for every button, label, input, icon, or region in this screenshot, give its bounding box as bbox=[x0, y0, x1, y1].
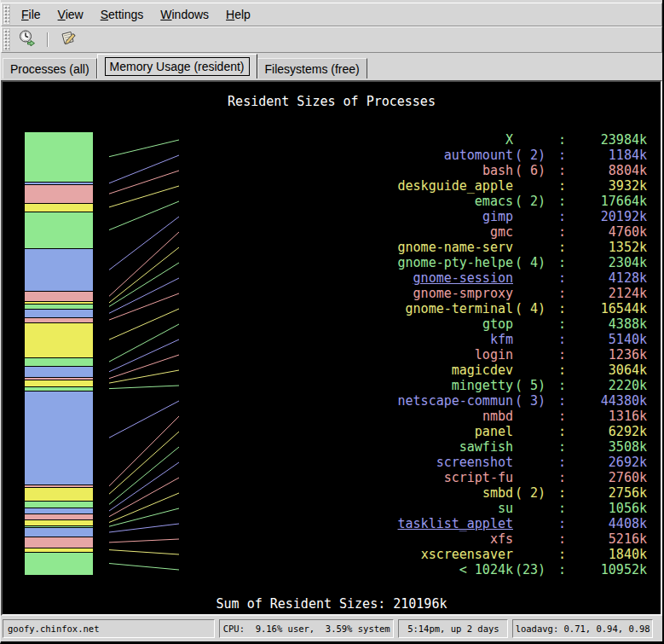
process-size: 16544k bbox=[566, 301, 647, 316]
notepad-pencil-icon bbox=[59, 29, 78, 50]
leader-line-panel bbox=[109, 432, 179, 494]
process-count: ( 2) bbox=[515, 148, 549, 163]
process-size: 2692k bbox=[566, 455, 647, 470]
process-count: ( 4) bbox=[515, 255, 549, 270]
toolbar-grip-handle[interactable] bbox=[3, 28, 10, 51]
bar-segment-gmc bbox=[25, 291, 93, 301]
leader-line-tasklist-applet bbox=[109, 524, 179, 532]
bar-segment-kfm bbox=[25, 366, 93, 377]
bar-segment-gtop bbox=[25, 357, 93, 367]
colon-separator: : bbox=[558, 470, 566, 485]
process-name: X bbox=[299, 132, 513, 148]
process-size: 2756k bbox=[566, 485, 647, 501]
process-name: gnome-pty-helpe bbox=[299, 255, 513, 270]
status-panel-cpu: CPU: 9.16% user, 3.59% system bbox=[219, 619, 394, 638]
process-name: < 1024k bbox=[299, 562, 513, 577]
process-count: ( 2) bbox=[515, 194, 549, 209]
tab-processes-all[interactable]: Processes (all) bbox=[3, 58, 97, 78]
toolbar-separator bbox=[47, 32, 49, 47]
toolbar-button-edit[interactable] bbox=[55, 28, 81, 51]
toolbar-button-timer[interactable] bbox=[14, 28, 40, 51]
colon-separator: : bbox=[558, 316, 566, 332]
leader-line-gmc bbox=[109, 232, 179, 296]
app-window: FileViewSettingsWindowsHelp Processes (a… bbox=[0, 0, 664, 644]
leader-line-gnome-session bbox=[109, 278, 179, 313]
bar-segment-1024k bbox=[25, 552, 93, 575]
menu-item-help[interactable]: Help bbox=[217, 4, 259, 25]
colon-separator: : bbox=[558, 409, 566, 424]
bar-segment-tasklist-applet bbox=[25, 527, 93, 537]
process-row-tasklist-applet: tasklist_applet:4408k bbox=[299, 516, 647, 531]
process-count: (23) bbox=[515, 562, 549, 577]
bar-segment-panel bbox=[25, 487, 93, 501]
bar-segment-sawfish bbox=[25, 501, 93, 508]
bar-segment-deskguide-apple bbox=[25, 203, 93, 212]
tab-memory-usage-resident[interactable]: Memory Usage (resident) bbox=[97, 54, 257, 78]
leader-line-1024k bbox=[109, 564, 179, 571]
process-size: 1056k bbox=[566, 501, 647, 516]
process-size: 1840k bbox=[566, 547, 647, 562]
bar-segment-emacs bbox=[25, 212, 93, 249]
process-size: 1184k bbox=[566, 148, 647, 163]
leader-line-gnome-smproxy bbox=[109, 293, 179, 320]
process-count: ( 3) bbox=[515, 393, 549, 409]
process-name: sawfish bbox=[299, 439, 513, 455]
colon-separator: : bbox=[558, 347, 566, 363]
process-name: screenshot bbox=[299, 455, 513, 470]
leader-line-screenshot bbox=[109, 462, 179, 511]
leader-line-gnome-name-serv bbox=[109, 247, 179, 303]
menu-item-file[interactable]: File bbox=[13, 4, 49, 25]
process-row-su: su:1056k bbox=[299, 501, 647, 516]
process-size: 1316k bbox=[566, 409, 647, 424]
colon-separator: : bbox=[558, 455, 566, 470]
colon-separator: : bbox=[558, 516, 566, 531]
leader-line-gnome-pty-helpe bbox=[109, 263, 179, 306]
process-size-list: X:23984kautomount( 2):1184kbash( 6):8804… bbox=[299, 132, 647, 577]
process-name: netscape-commun bbox=[299, 393, 513, 409]
menubar-grip-handle[interactable] bbox=[3, 4, 10, 25]
memory-chart-drawing-area: Resident Sizes of Processes X:23984kauto… bbox=[3, 82, 661, 614]
process-name: bash bbox=[299, 163, 513, 178]
process-name: su bbox=[299, 501, 513, 516]
leader-line-automount bbox=[109, 155, 179, 183]
process-size: 5140k bbox=[566, 332, 647, 347]
colon-separator: : bbox=[558, 424, 566, 439]
colon-separator: : bbox=[558, 378, 566, 393]
menu-item-windows[interactable]: Windows bbox=[152, 4, 217, 25]
process-size: 6292k bbox=[566, 424, 647, 439]
process-row-gnome-pty-helpe: gnome-pty-helpe( 4):2304k bbox=[299, 255, 647, 270]
process-size: 1236k bbox=[566, 347, 647, 363]
colon-separator: : bbox=[558, 393, 566, 409]
leader-line-gimp bbox=[109, 217, 179, 270]
process-size: 4128k bbox=[566, 270, 647, 286]
chart-sum-label: Sum of Resident Sizes: 210196k bbox=[3, 596, 661, 612]
process-name: xscreensaver bbox=[299, 547, 513, 562]
bar-segment-smbd bbox=[25, 519, 93, 525]
menu-item-settings[interactable]: Settings bbox=[92, 4, 153, 25]
process-row-kfm: kfm:5140k bbox=[299, 332, 647, 347]
process-row-panel: panel:6292k bbox=[299, 424, 647, 439]
memory-chart-panel: Resident Sizes of Processes X:23984kauto… bbox=[1, 80, 662, 616]
process-size: 3932k bbox=[566, 178, 647, 194]
menu-item-view[interactable]: View bbox=[49, 4, 92, 25]
colon-separator: : bbox=[558, 562, 566, 577]
process-row-smbd: smbd( 2):2756k bbox=[299, 485, 647, 501]
menu-bar: FileViewSettingsWindowsHelp bbox=[1, 3, 662, 26]
process-size: 3064k bbox=[566, 363, 647, 378]
process-name: gmc bbox=[299, 224, 513, 240]
tab-filesystems-free[interactable]: Filesystems (free) bbox=[257, 58, 367, 78]
process-size: 2124k bbox=[566, 286, 647, 301]
process-row-x: X:23984k bbox=[299, 132, 647, 148]
process-row-mingetty: mingetty( 5):2220k bbox=[299, 378, 647, 393]
bar-segment-magicdev bbox=[25, 380, 93, 386]
tab-label: Memory Usage (resident) bbox=[105, 57, 250, 76]
process-row-sawfish: sawfish:3508k bbox=[299, 439, 647, 455]
colon-separator: : bbox=[558, 485, 566, 501]
process-size: 2760k bbox=[566, 470, 647, 485]
colon-separator: : bbox=[558, 178, 566, 194]
process-name: emacs bbox=[299, 194, 513, 209]
process-row-magicdev: magicdev:3064k bbox=[299, 363, 647, 378]
process-size: 5216k bbox=[566, 531, 647, 547]
status-bar: goofy.chinfox.netCPU: 9.16% user, 3.59% … bbox=[1, 616, 662, 641]
process-size: 20192k bbox=[566, 209, 647, 224]
